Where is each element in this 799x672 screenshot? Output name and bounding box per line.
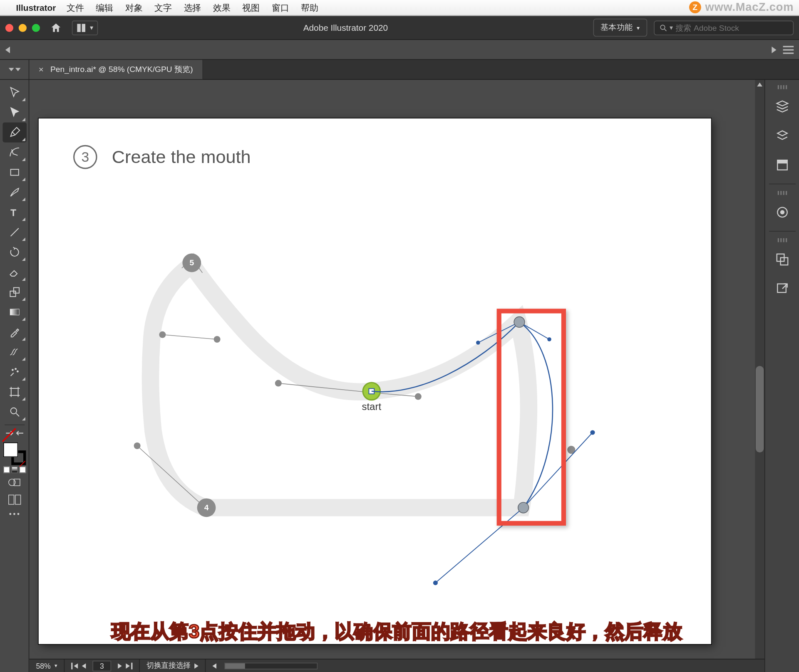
menu-text[interactable]: 文字 [154,2,172,14]
svg-line-3 [665,29,667,31]
svg-rect-47 [777,160,787,163]
svg-rect-9 [10,309,19,315]
menu-view[interactable]: 视图 [242,2,260,14]
libraries-panel-icon[interactable] [769,152,795,178]
status-bar: 58% ▾ 3 切换直接选择 [29,659,764,672]
svg-rect-7 [10,291,15,296]
workspace-selector-label: 基本功能 [600,22,633,33]
panel-grip-icon[interactable] [772,191,792,195]
menu-object[interactable]: 对象 [125,2,143,14]
control-bar-next-icon[interactable] [772,46,776,53]
menu-select[interactable]: 选择 [184,2,201,14]
hscroll-left-icon[interactable] [213,663,217,668]
svg-point-43 [433,581,438,585]
eyedropper-tool[interactable] [2,322,27,342]
artboard[interactable]: 3 Create the mouth [39,119,711,644]
workspace-selector[interactable]: 基本功能 ▾ [593,19,648,37]
document-tab-label: Pen_intro.ai* @ 58% (CMYK/GPU 预览) [50,64,193,75]
control-bar-menu-icon[interactable] [783,46,794,54]
minimize-window-button[interactable] [19,24,27,32]
curvature-tool[interactable] [2,142,27,162]
status-mode-label: 切换直接选择 [146,661,191,671]
draw-mode-icons[interactable] [3,467,25,473]
home-icon[interactable] [49,22,62,34]
start-label: start [362,401,381,412]
artboard-viewport[interactable]: 3 Create the mouth [29,80,764,659]
search-stock-input[interactable] [675,23,788,32]
nav-next-icon[interactable] [118,663,122,668]
direct-selection-tool[interactable] [2,102,27,122]
app-name[interactable]: Illustrator [16,2,56,12]
horizontal-scrollbar[interactable] [206,660,325,672]
svg-point-29 [214,336,221,343]
fill-stroke-swatches[interactable] [3,442,25,465]
rotate-tool[interactable] [2,242,27,262]
svg-point-28 [159,331,166,338]
fill-swatch[interactable] [3,442,17,457]
selection-tool[interactable] [2,82,27,102]
menu-edit[interactable]: 编辑 [96,2,113,14]
zoom-level-value: 58% [36,662,50,670]
svg-line-15 [16,413,19,416]
vertical-scrollbar[interactable] [755,80,764,659]
symbol-sprayer-tool[interactable] [2,362,27,382]
scroll-up-icon[interactable] [757,81,763,88]
scale-tool[interactable] [2,282,27,302]
svg-rect-8 [13,288,19,293]
line-tool[interactable] [2,222,27,242]
pen-tool[interactable] [2,122,27,142]
rectangle-tool[interactable] [2,162,27,182]
artboard-tool[interactable] [2,382,27,402]
close-tab-icon[interactable]: × [39,64,44,74]
draw-mode-toggle[interactable] [7,477,21,490]
zoom-window-button[interactable] [32,24,40,32]
export-panel-icon[interactable] [769,275,795,302]
zoom-level[interactable]: 58% ▾ [29,660,65,672]
paintbrush-tool[interactable] [2,182,27,202]
properties-panel-icon[interactable] [769,93,795,120]
type-tool[interactable]: T [2,202,27,222]
none-mode-icon[interactable] [19,467,26,473]
menu-effect[interactable]: 效果 [213,2,231,14]
control-bar-prev-icon[interactable] [5,46,10,53]
svg-line-6 [10,228,18,236]
svg-rect-19 [15,495,20,504]
search-stock-field[interactable]: ▾ [654,20,794,35]
nav-first-icon[interactable] [71,662,78,669]
status-mode[interactable]: 切换直接选择 [140,660,206,672]
svg-point-42 [590,430,595,435]
tools-collapse-toggle[interactable] [0,60,29,79]
scrollbar-thumb[interactable] [756,366,764,452]
layers-panel-icon[interactable] [769,122,795,149]
tool-separator [4,425,24,425]
nav-last-icon[interactable] [126,662,133,669]
hscroll-thumb[interactable] [225,663,245,668]
panel-grip-icon[interactable] [772,85,792,89]
menu-window[interactable]: 窗口 [272,2,289,14]
arrange-documents-dropdown[interactable]: ▾ [72,20,98,35]
control-bar [0,40,799,60]
zoom-tool[interactable] [2,402,27,422]
color-mode-icon[interactable] [3,467,10,473]
panel-grip-icon[interactable] [772,238,792,242]
perspective-grid-icon[interactable] [7,494,21,508]
svg-point-31 [415,393,422,400]
menu-file[interactable]: 文件 [67,2,84,14]
canvas-area: 3 Create the mouth [29,80,764,672]
svg-point-10 [12,369,13,371]
close-window-button[interactable] [5,24,13,32]
hscroll-track[interactable] [224,662,318,669]
gradient-tool[interactable] [2,302,27,322]
chevron-down-icon: ▾ [637,24,640,31]
asset-export-panel-icon[interactable] [769,246,795,273]
menu-help[interactable]: 帮助 [301,2,318,14]
nav-prev-icon[interactable] [82,663,86,668]
document-tab[interactable]: × Pen_intro.ai* @ 58% (CMYK/GPU 预览) [29,60,203,79]
artboard-index[interactable]: 3 [92,660,111,671]
svg-point-2 [660,25,665,30]
edit-toolbar-icon[interactable] [9,513,19,515]
eraser-tool[interactable] [2,262,27,282]
blend-tool[interactable] [2,342,27,362]
gradient-mode-icon[interactable] [11,467,17,473]
recolor-artwork-panel-icon[interactable] [769,199,795,225]
